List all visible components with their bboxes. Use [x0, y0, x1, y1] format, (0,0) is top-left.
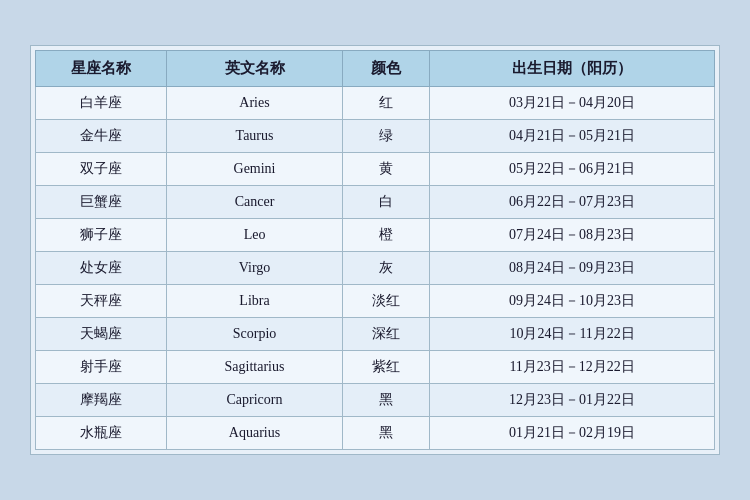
cell-date: 04月21日－05月21日: [430, 120, 715, 153]
cell-color: 绿: [342, 120, 430, 153]
cell-english: Taurus: [167, 120, 342, 153]
cell-chinese: 狮子座: [36, 219, 167, 252]
cell-english: Sagittarius: [167, 351, 342, 384]
table-row: 双子座Gemini黄05月22日－06月21日: [36, 153, 715, 186]
cell-english: Gemini: [167, 153, 342, 186]
table-row: 天秤座Libra淡红09月24日－10月23日: [36, 285, 715, 318]
cell-date: 12月23日－01月22日: [430, 384, 715, 417]
cell-color: 紫红: [342, 351, 430, 384]
cell-english: Aries: [167, 87, 342, 120]
cell-color: 灰: [342, 252, 430, 285]
cell-chinese: 射手座: [36, 351, 167, 384]
table-row: 天蝎座Scorpio深红10月24日－11月22日: [36, 318, 715, 351]
cell-english: Cancer: [167, 186, 342, 219]
table-row: 白羊座Aries红03月21日－04月20日: [36, 87, 715, 120]
cell-chinese: 处女座: [36, 252, 167, 285]
cell-english: Virgo: [167, 252, 342, 285]
cell-color: 淡红: [342, 285, 430, 318]
cell-color: 黑: [342, 384, 430, 417]
cell-date: 08月24日－09月23日: [430, 252, 715, 285]
cell-date: 05月22日－06月21日: [430, 153, 715, 186]
cell-date: 07月24日－08月23日: [430, 219, 715, 252]
cell-english: Leo: [167, 219, 342, 252]
table-row: 金牛座Taurus绿04月21日－05月21日: [36, 120, 715, 153]
cell-date: 06月22日－07月23日: [430, 186, 715, 219]
cell-english: Aquarius: [167, 417, 342, 450]
cell-english: Capricorn: [167, 384, 342, 417]
header-color: 颜色: [342, 51, 430, 87]
cell-chinese: 摩羯座: [36, 384, 167, 417]
cell-english: Scorpio: [167, 318, 342, 351]
header-chinese: 星座名称: [36, 51, 167, 87]
cell-color: 深红: [342, 318, 430, 351]
cell-chinese: 天秤座: [36, 285, 167, 318]
cell-date: 01月21日－02月19日: [430, 417, 715, 450]
table-row: 狮子座Leo橙07月24日－08月23日: [36, 219, 715, 252]
cell-color: 黄: [342, 153, 430, 186]
cell-english: Libra: [167, 285, 342, 318]
cell-date: 09月24日－10月23日: [430, 285, 715, 318]
header-english: 英文名称: [167, 51, 342, 87]
table-header-row: 星座名称 英文名称 颜色 出生日期（阳历）: [36, 51, 715, 87]
table-row: 水瓶座Aquarius黑01月21日－02月19日: [36, 417, 715, 450]
cell-chinese: 双子座: [36, 153, 167, 186]
cell-date: 11月23日－12月22日: [430, 351, 715, 384]
table-row: 摩羯座Capricorn黑12月23日－01月22日: [36, 384, 715, 417]
cell-chinese: 巨蟹座: [36, 186, 167, 219]
cell-chinese: 白羊座: [36, 87, 167, 120]
cell-color: 橙: [342, 219, 430, 252]
table-row: 射手座Sagittarius紫红11月23日－12月22日: [36, 351, 715, 384]
cell-color: 白: [342, 186, 430, 219]
cell-chinese: 金牛座: [36, 120, 167, 153]
zodiac-table-container: 星座名称 英文名称 颜色 出生日期（阳历） 白羊座Aries红03月21日－04…: [30, 45, 720, 455]
cell-color: 红: [342, 87, 430, 120]
table-row: 处女座Virgo灰08月24日－09月23日: [36, 252, 715, 285]
table-row: 巨蟹座Cancer白06月22日－07月23日: [36, 186, 715, 219]
cell-chinese: 天蝎座: [36, 318, 167, 351]
cell-date: 10月24日－11月22日: [430, 318, 715, 351]
zodiac-table: 星座名称 英文名称 颜色 出生日期（阳历） 白羊座Aries红03月21日－04…: [35, 50, 715, 450]
header-date: 出生日期（阳历）: [430, 51, 715, 87]
cell-date: 03月21日－04月20日: [430, 87, 715, 120]
cell-color: 黑: [342, 417, 430, 450]
cell-chinese: 水瓶座: [36, 417, 167, 450]
